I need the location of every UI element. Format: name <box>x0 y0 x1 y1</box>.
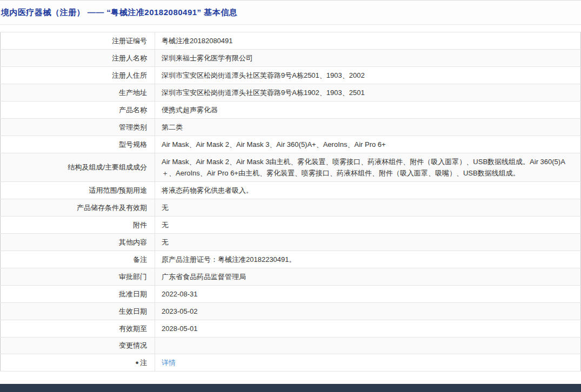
registration-info-page: 境内医疗器械（注册） —— “粤械注准20182080491” 基本信息 注册证… <box>0 0 581 392</box>
row-value: 2022-08-31 <box>155 286 581 303</box>
footer-bar <box>0 384 581 392</box>
row-label: 备注 <box>1 251 155 268</box>
table-row: 适用范围/预期用途 将液态药物雾化供患者吸入。 <box>1 182 581 199</box>
table-row: 产品名称 便携式超声雾化器 <box>1 102 581 119</box>
row-label: 产品储存条件及有效期 <box>1 199 155 217</box>
row-label: 生效日期 <box>1 303 155 320</box>
table-row-note: ●注 详情 <box>1 354 581 371</box>
row-label: 有效期至 <box>1 320 155 337</box>
row-label: 变更情况 <box>1 337 155 354</box>
row-value: 2023-05-02 <box>155 303 581 320</box>
table-row: 其他内容 无 <box>1 234 581 251</box>
page-header: 境内医疗器械（注册） —— “粤械注准20182080491” 基本信息 <box>0 1 581 25</box>
row-value: 深圳来福士雾化医学有限公司 <box>155 50 581 67</box>
note-bullet-icon: ● <box>135 357 139 368</box>
table-row: 结构及组成/主要组成成分 Air Mask、Air Mask 2、Air Mas… <box>1 153 581 182</box>
row-value: 原产品注册证号：粤械注准20182230491。 <box>155 251 581 268</box>
table-row: 型号规格 Air Mask、Air Mask 2、Air Mask 3、Air … <box>1 136 581 153</box>
note-label: 注 <box>140 359 147 367</box>
row-value: 广东省食品药品监督管理局 <box>155 268 581 286</box>
registration-table: 注册证编号 粤械注准20182080491 注册人名称 深圳来福士雾化医学有限公… <box>0 32 581 371</box>
table-row: 产品储存条件及有效期 无 <box>1 199 581 217</box>
row-label: 其他内容 <box>1 234 155 251</box>
row-value <box>155 337 581 354</box>
table-row: 附件 无 <box>1 217 581 234</box>
table-row: 注册人住所 深圳市宝安区松岗街道潭头社区芙蓉路9号A栋2501、1903、200… <box>1 67 581 84</box>
row-label: 适用范围/预期用途 <box>1 182 155 199</box>
row-label: 管理类别 <box>1 119 155 136</box>
table-row: 备注 原产品注册证号：粤械注准20182230491。 <box>1 251 581 268</box>
table-row: 注册人名称 深圳来福士雾化医学有限公司 <box>1 50 581 67</box>
row-label: 审批部门 <box>1 268 155 286</box>
details-link[interactable]: 详情 <box>162 359 176 367</box>
row-value: 无 <box>155 217 581 234</box>
row-value: 无 <box>155 199 581 217</box>
table-row: 审批部门 广东省食品药品监督管理局 <box>1 268 581 286</box>
row-value: 深圳市宝安区松岗街道潭头社区芙蓉路9号A栋2501、1903、2002 <box>155 67 581 84</box>
row-value: Air Mask、Air Mask 2、Air Mask 3由主机、雾化装置、喷… <box>155 153 581 182</box>
row-value: 便携式超声雾化器 <box>155 102 581 119</box>
row-value: 将液态药物雾化供患者吸入。 <box>155 182 581 199</box>
table-row: 生效日期 2023-05-02 <box>1 303 581 320</box>
row-value: 第二类 <box>155 119 581 136</box>
row-value: 详情 <box>155 354 581 371</box>
table-row: 注册证编号 粤械注准20182080491 <box>1 32 581 50</box>
row-value: 无 <box>155 234 581 251</box>
row-value: 粤械注准20182080491 <box>155 32 581 50</box>
row-label: 注册人名称 <box>1 50 155 67</box>
row-label: 结构及组成/主要组成成分 <box>1 153 155 182</box>
row-label: 注册证编号 <box>1 32 155 50</box>
row-label: 型号规格 <box>1 136 155 153</box>
row-label: ●注 <box>1 354 155 371</box>
page-title: 境内医疗器械（注册） —— “粤械注准20182080491” 基本信息 <box>1 8 237 18</box>
table-row: 生产地址 深圳市宝安区松岗街道潭头社区芙蓉路9号A栋1902、1903、2501 <box>1 84 581 102</box>
row-label: 批准日期 <box>1 286 155 303</box>
table-row: 变更情况 <box>1 337 581 354</box>
table-row: 有效期至 2028-05-01 <box>1 320 581 337</box>
row-label: 产品名称 <box>1 102 155 119</box>
row-label: 注册人住所 <box>1 67 155 84</box>
row-value: Air Mask、Air Mask 2、Air Mask 3、Air 360(5… <box>155 136 581 153</box>
row-value: 2028-05-01 <box>155 320 581 337</box>
row-label: 生产地址 <box>1 84 155 102</box>
table-row: 管理类别 第二类 <box>1 119 581 136</box>
row-value: 深圳市宝安区松岗街道潭头社区芙蓉路9号A栋1902、1903、2501 <box>155 84 581 102</box>
table-row: 批准日期 2022-08-31 <box>1 286 581 303</box>
row-label: 附件 <box>1 217 155 234</box>
